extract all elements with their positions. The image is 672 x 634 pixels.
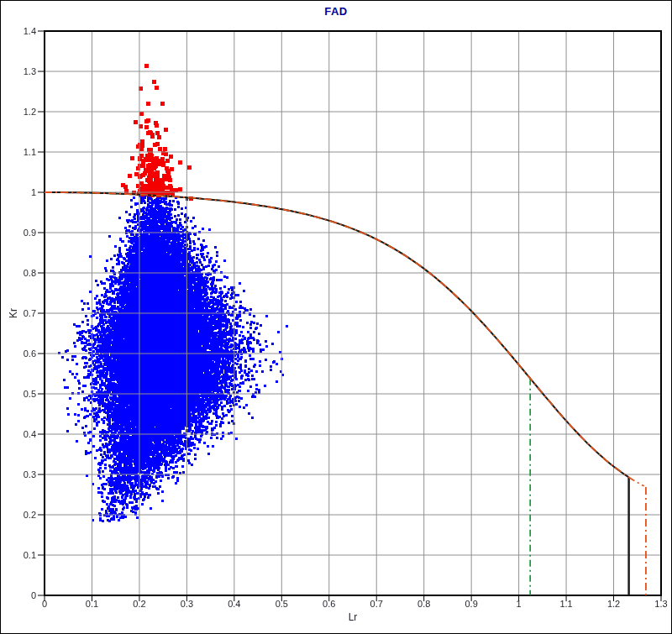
x-tick-label: 1.1 [548, 599, 585, 609]
fad-curve-orange [45, 192, 644, 486]
y-tick-label: 0.9 [1, 228, 36, 238]
fad-curve-green [45, 192, 530, 379]
y-tick-label: 0.8 [1, 268, 36, 278]
x-tick-label: 0.6 [311, 599, 348, 609]
y-tick-label: 0.5 [1, 389, 36, 399]
x-tick-label: 0.5 [263, 599, 300, 609]
axes-grid-curves-svg [1, 1, 672, 634]
y-tick-label: 0.6 [1, 348, 36, 359]
x-tick-label: 0.1 [73, 599, 110, 609]
y-tick-label: 1 [1, 187, 36, 197]
x-tick-label: 0.9 [453, 599, 490, 609]
y-tick-label: 0.3 [1, 469, 36, 479]
y-tick-label: 1.2 [1, 107, 36, 117]
x-tick-label: 0.8 [406, 599, 443, 609]
y-tick-label: 0 [1, 590, 36, 600]
y-tick-label: 1.1 [1, 147, 36, 157]
x-tick-label: 0.2 [121, 599, 158, 609]
y-tick-label: 0.1 [1, 550, 36, 560]
y-tick-label: 0.2 [1, 510, 36, 520]
x-axis-label: Lr [349, 611, 358, 623]
y-tick-label: 1.3 [1, 66, 36, 76]
x-tick-label: 0.4 [216, 599, 253, 609]
y-tick-label: 0.4 [1, 429, 36, 439]
x-tick-label: 1 [501, 599, 538, 609]
x-tick-label: 1.3 [643, 599, 672, 609]
x-tick-label: 0.7 [358, 599, 395, 609]
y-tick-label: 1.4 [1, 26, 36, 36]
x-tick-label: 1.2 [596, 599, 633, 609]
y-axis-label: Kr [8, 308, 19, 318]
x-tick-label: 0.3 [168, 599, 205, 609]
fad-chart-window: FAD 00.10.20.30.40.50.60.70.80.911.11.21… [0, 0, 672, 634]
